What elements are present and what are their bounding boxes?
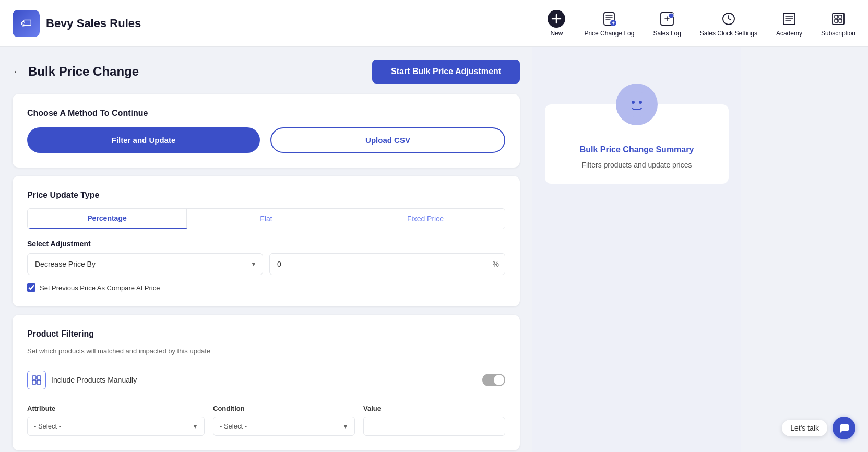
- svg-rect-13: [37, 376, 41, 379]
- main-nav: New Price Change Log: [548, 10, 855, 37]
- page-title-group: ← Bulk Price Change: [13, 64, 139, 79]
- nav-label-sales-clock-settings: Sales Clock Settings: [700, 30, 757, 37]
- svg-rect-11: [839, 19, 842, 22]
- svg-rect-12: [32, 376, 36, 379]
- include-manually-row: Include Products Manually: [27, 364, 505, 396]
- compare-at-price-label: Set Previous Price As Compare At Price: [40, 284, 160, 292]
- subscription-icon: [829, 10, 847, 28]
- page-header: ← Bulk Price Change Start Bulk Price Adj…: [13, 60, 520, 84]
- svg-point-17: [632, 101, 635, 104]
- nav-label-price-change-log: Price Change Log: [584, 30, 634, 37]
- app-header: 🏷 Bevy Sales Rules New: [0, 0, 868, 47]
- app-title: Bevy Sales Rules: [46, 17, 141, 30]
- value-suffix: %: [493, 260, 499, 268]
- svg-point-16: [624, 91, 650, 117]
- adjustment-row: Decrease Price By Increase Price By Set …: [27, 253, 505, 275]
- nav-item-subscription[interactable]: Subscription: [821, 10, 855, 37]
- nav-label-academy: Academy: [776, 30, 802, 37]
- nav-item-sales-log[interactable]: Sales Log: [653, 10, 681, 37]
- svg-point-4: [669, 13, 674, 18]
- nav-item-sales-clock-settings[interactable]: Sales Clock Settings: [700, 10, 757, 37]
- summary-title: Bulk Price Change Summary: [557, 145, 716, 154]
- product-filtering-title: Product Filtering: [27, 329, 505, 339]
- method-card: Choose A Method To Continue Filter and U…: [13, 94, 520, 168]
- svg-rect-9: [839, 15, 842, 18]
- price-update-section-title: Price Update Type: [27, 191, 505, 200]
- value-col-header: Value: [363, 405, 505, 412]
- chat-button[interactable]: [833, 417, 855, 439]
- lets-talk-label: Let's talk: [782, 420, 827, 436]
- grid-icon: [27, 371, 46, 389]
- start-bulk-price-adjustment-button[interactable]: Start Bulk Price Adjustment: [372, 60, 520, 84]
- product-filtering-card: Product Filtering Set which products wil…: [13, 315, 520, 450]
- price-update-type-card: Price Update Type Percentage Flat Fixed …: [13, 176, 520, 306]
- include-manually-label: Include Products Manually: [51, 376, 137, 384]
- sales-clock-icon: [720, 10, 738, 28]
- tab-fixed-price[interactable]: Fixed Price: [346, 209, 505, 229]
- svg-point-18: [639, 101, 642, 104]
- filter-value-input[interactable]: [363, 417, 505, 436]
- nav-label-sales-log: Sales Log: [653, 30, 681, 37]
- nav-item-new[interactable]: New: [548, 10, 565, 37]
- compare-at-price-checkbox[interactable]: [27, 283, 35, 292]
- summary-card: Bulk Price Change Summary Filters produc…: [545, 104, 729, 184]
- left-panel: ← Bulk Price Change Start Bulk Price Adj…: [0, 47, 532, 452]
- filter-and-update-button[interactable]: Filter and Update: [27, 127, 260, 153]
- value-input-wrapper: %: [269, 253, 505, 275]
- condition-col-header: Condition: [213, 405, 355, 412]
- new-icon: [548, 10, 565, 28]
- right-panel: Bulk Price Change Summary Filters produc…: [532, 47, 741, 452]
- method-buttons: Filter and Update Upload CSV: [27, 127, 505, 153]
- nav-item-price-change-log[interactable]: Price Change Log: [584, 10, 634, 37]
- adjustment-value-input[interactable]: [269, 253, 505, 275]
- product-filtering-subtitle: Set which products will matched and impa…: [27, 347, 505, 355]
- nav-label-subscription: Subscription: [821, 30, 855, 37]
- nav-item-academy[interactable]: Academy: [776, 10, 802, 37]
- logo-group: 🏷 Bevy Sales Rules: [13, 10, 141, 37]
- filter-value-wrapper: [363, 417, 505, 436]
- svg-rect-15: [37, 380, 41, 384]
- price-update-tab-group: Percentage Flat Fixed Price: [27, 208, 505, 229]
- svg-rect-8: [835, 15, 838, 18]
- condition-select-wrapper: - Select - ▼: [213, 417, 355, 436]
- price-change-log-icon: [600, 10, 618, 28]
- tab-flat[interactable]: Flat: [187, 209, 346, 229]
- page-title: Bulk Price Change: [28, 64, 139, 79]
- method-title: Choose A Method To Continue: [27, 109, 505, 118]
- nav-label-new: New: [550, 30, 563, 37]
- adjustment-select[interactable]: Decrease Price By Increase Price By Set …: [27, 253, 263, 275]
- upload-csv-button[interactable]: Upload CSV: [270, 127, 505, 153]
- tab-percentage[interactable]: Percentage: [28, 209, 187, 229]
- chat-area: Let's talk: [782, 417, 855, 439]
- filter-row: - Select - ▼ - Select - ▼: [27, 417, 505, 436]
- attribute-select-wrapper: - Select - ▼: [27, 417, 205, 436]
- academy-icon: [780, 10, 798, 28]
- compare-at-price-row: Set Previous Price As Compare At Price: [27, 283, 505, 292]
- adjustment-select-wrapper: Decrease Price By Increase Price By Set …: [27, 253, 263, 275]
- back-button[interactable]: ←: [13, 66, 22, 77]
- main-layout: ← Bulk Price Change Start Bulk Price Adj…: [0, 47, 868, 452]
- svg-rect-6: [783, 13, 795, 25]
- svg-rect-7: [833, 13, 844, 25]
- condition-select[interactable]: - Select -: [213, 417, 355, 436]
- logo-icon: 🏷: [13, 10, 40, 37]
- smiley-avatar: [616, 84, 658, 125]
- filter-table-header: Attribute Condition Value: [27, 405, 505, 412]
- summary-description: Filters products and update prices: [557, 161, 716, 169]
- svg-rect-14: [32, 380, 36, 384]
- attribute-col-header: Attribute: [27, 405, 205, 412]
- sales-log-icon: [658, 10, 676, 28]
- select-adjustment-label: Select Adjustment: [27, 240, 505, 248]
- include-manually-left: Include Products Manually: [27, 371, 137, 389]
- attribute-select[interactable]: - Select -: [27, 417, 205, 436]
- svg-rect-10: [835, 19, 838, 22]
- include-manually-toggle[interactable]: [482, 374, 505, 386]
